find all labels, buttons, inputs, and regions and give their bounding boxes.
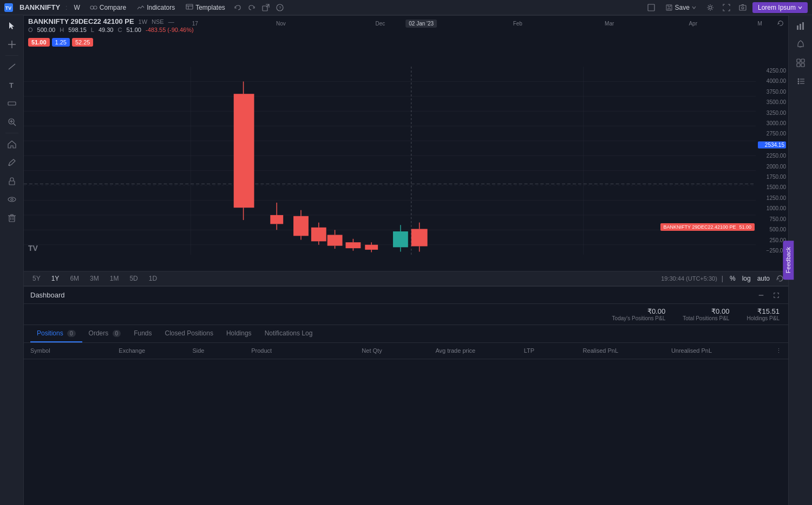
indicators-label: Indicators bbox=[147, 4, 175, 11]
price-badge-3: 52.25 bbox=[72, 38, 94, 47]
price-tick-3250: 3250.00 bbox=[758, 110, 786, 116]
save-chevron-icon bbox=[692, 5, 696, 10]
brand-logo: TV bbox=[4, 3, 13, 12]
chart-exchange: NSE bbox=[152, 18, 164, 25]
positions-badge: 0 bbox=[67, 330, 76, 337]
chart-symbol-title: BANKNIFTY 29DEC22 42100 PE bbox=[28, 17, 134, 25]
sidebar-divider-1 bbox=[5, 55, 18, 56]
log-btn[interactable]: log bbox=[740, 274, 753, 283]
settings-button[interactable] bbox=[704, 1, 717, 14]
auto-btn[interactable]: auto bbox=[755, 274, 772, 283]
range-5d[interactable]: 5D bbox=[125, 274, 142, 283]
cursor-tool[interactable] bbox=[3, 17, 21, 35]
price-tick-current: 2534.15 bbox=[758, 141, 786, 148]
indicators-button[interactable]: Indicators bbox=[133, 3, 179, 12]
svg-rect-4 bbox=[186, 4, 193, 9]
low-val: 49.30 bbox=[99, 27, 114, 33]
compare-button[interactable]: Compare bbox=[86, 3, 130, 12]
more-options-icon[interactable]: ⋮ bbox=[776, 347, 782, 354]
crosshair-tool[interactable] bbox=[3, 36, 21, 53]
tab-orders[interactable]: Orders 0 bbox=[82, 325, 128, 342]
svg-point-25 bbox=[8, 197, 16, 202]
templates-button[interactable]: Templates bbox=[181, 3, 230, 12]
svg-rect-76 bbox=[345, 242, 361, 248]
svg-rect-67 bbox=[293, 216, 309, 236]
candlestick-chart bbox=[24, 67, 756, 255]
drawing-tool[interactable] bbox=[3, 154, 21, 171]
external-link-icon bbox=[262, 4, 270, 11]
zoom-icon bbox=[7, 117, 17, 127]
dashboard-minimize-button[interactable] bbox=[756, 290, 767, 301]
svg-point-11 bbox=[709, 6, 711, 9]
price-tick-1250: 1250.00 bbox=[758, 195, 786, 201]
price-badge-2: 1.25 bbox=[52, 38, 70, 47]
svg-rect-31 bbox=[797, 25, 798, 30]
percent-btn[interactable]: % bbox=[728, 274, 738, 283]
lock-tool[interactable] bbox=[3, 172, 21, 190]
line-tool[interactable] bbox=[3, 58, 21, 75]
timeframe-selector[interactable]: W bbox=[70, 3, 83, 12]
tab-funds[interactable]: Funds bbox=[127, 325, 158, 342]
price-tick-1000: 1000.00 bbox=[758, 205, 786, 211]
svg-rect-12 bbox=[739, 5, 746, 10]
save-icon bbox=[665, 4, 673, 11]
range-3m[interactable]: 3M bbox=[86, 274, 103, 283]
properties-button[interactable] bbox=[792, 73, 809, 90]
chart-header: BANKNIFTY 29DEC22 42100 PE 1W NSE — O 50… bbox=[24, 15, 788, 42]
help-button[interactable]: ? bbox=[274, 3, 286, 12]
high-val: 598.15 bbox=[68, 27, 87, 33]
redo-button[interactable] bbox=[246, 3, 258, 12]
range-5y[interactable]: 5Y bbox=[28, 274, 45, 283]
range-1m[interactable]: 1M bbox=[106, 274, 123, 283]
svg-rect-85 bbox=[411, 229, 428, 247]
feedback-label: Feedback bbox=[785, 247, 791, 273]
symbol-right-price: 51.00 bbox=[739, 224, 751, 230]
dashboard-expand-button[interactable] bbox=[771, 290, 782, 301]
left-sidebar: T bbox=[0, 15, 24, 505]
user-menu-button[interactable]: Lorem Ipsum bbox=[752, 2, 808, 13]
chart-type-button[interactable] bbox=[792, 17, 809, 35]
undo-icon bbox=[234, 4, 241, 11]
alert-button[interactable] bbox=[792, 36, 809, 53]
tab-notifications[interactable]: Notifications Log bbox=[258, 325, 319, 342]
layout-button[interactable] bbox=[792, 54, 809, 72]
svg-rect-79 bbox=[365, 245, 378, 250]
symbol-name[interactable]: BANKNIFTY bbox=[19, 3, 60, 11]
save-button[interactable]: Save bbox=[661, 2, 700, 13]
delete-tool[interactable] bbox=[3, 209, 21, 226]
layout-mode-button[interactable] bbox=[645, 1, 658, 14]
range-1d[interactable]: 1D bbox=[145, 274, 161, 283]
external-link-button[interactable] bbox=[260, 3, 272, 12]
text-draw-icon: T bbox=[7, 80, 17, 90]
col-unrealised: Unrealised PnL bbox=[671, 347, 759, 354]
text-tool[interactable]: T bbox=[3, 76, 21, 94]
tab-closed-positions[interactable]: Closed Positions bbox=[159, 325, 220, 342]
eye-tool[interactable] bbox=[3, 191, 21, 208]
measure-tool[interactable] bbox=[3, 95, 21, 112]
undo-button[interactable] bbox=[232, 3, 244, 12]
home-button[interactable] bbox=[3, 135, 21, 153]
close-val: 51.00 bbox=[126, 27, 141, 33]
multi-layout-icon bbox=[796, 58, 806, 68]
price-tick-2250: 2250.00 bbox=[758, 153, 786, 159]
trash-icon bbox=[7, 213, 17, 223]
range-6m[interactable]: 6M bbox=[66, 274, 83, 283]
svg-rect-33 bbox=[802, 22, 804, 30]
fullscreen-button[interactable] bbox=[720, 1, 733, 14]
range-1y[interactable]: 1Y bbox=[47, 274, 64, 283]
save-label: Save bbox=[675, 4, 690, 11]
zoom-tool[interactable] bbox=[3, 113, 21, 131]
indicators-icon bbox=[137, 4, 145, 11]
screenshot-button[interactable] bbox=[736, 1, 749, 14]
col-product: Product bbox=[251, 347, 362, 354]
svg-rect-61 bbox=[234, 94, 254, 208]
svg-point-39 bbox=[797, 81, 799, 82]
compare-icon bbox=[90, 4, 97, 11]
feedback-tab[interactable]: Feedback bbox=[783, 241, 794, 280]
high-label: H bbox=[60, 27, 64, 33]
tab-holdings[interactable]: Holdings bbox=[220, 325, 258, 342]
layout-icon bbox=[647, 4, 655, 11]
open-val: 500.00 bbox=[37, 27, 56, 33]
tab-positions[interactable]: Positions 0 bbox=[30, 325, 82, 342]
col-avgprice: Avg trade price bbox=[435, 347, 523, 354]
